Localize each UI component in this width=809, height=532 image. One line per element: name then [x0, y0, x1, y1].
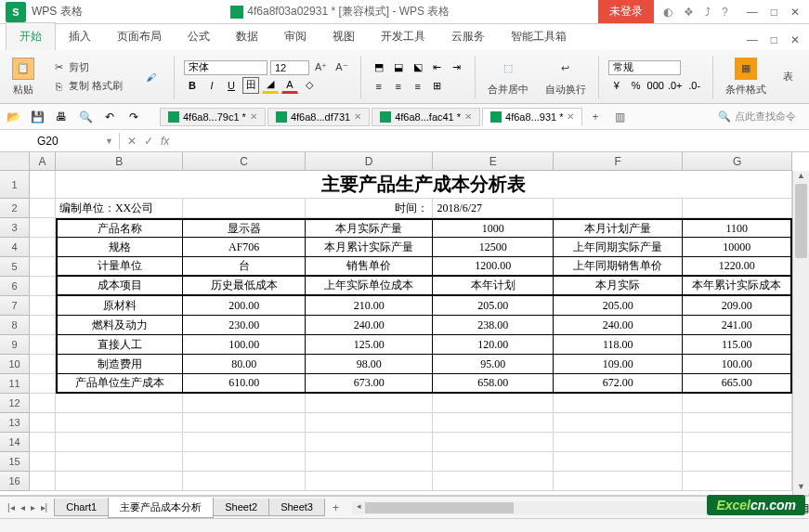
col-header[interactable]: F: [554, 152, 683, 171]
col-header[interactable]: E: [433, 152, 554, 171]
prev-sheet-icon[interactable]: ◂: [20, 502, 25, 513]
cell[interactable]: 240.00: [554, 316, 683, 335]
cell[interactable]: 12500: [433, 238, 554, 257]
fontcolor-button[interactable]: A: [281, 77, 298, 94]
cell[interactable]: [30, 218, 56, 238]
cell[interactable]: [30, 374, 56, 394]
row-header[interactable]: 11: [0, 374, 30, 394]
select-all-corner[interactable]: [0, 152, 30, 171]
row-header[interactable]: 8: [0, 316, 30, 335]
col-header[interactable]: C: [183, 152, 306, 171]
font-size-select[interactable]: [270, 60, 309, 75]
cell[interactable]: 本月累计实际产量: [306, 238, 433, 257]
scroll-down-icon[interactable]: ▼: [793, 482, 809, 495]
search-commands[interactable]: 🔍点此查找命令: [718, 110, 803, 123]
cell[interactable]: 直接人工: [56, 335, 184, 355]
doc-tab[interactable]: 4f6a8...fac41 *✕: [372, 108, 480, 126]
maximize-button[interactable]: □: [771, 6, 777, 19]
cell[interactable]: 205.00: [433, 296, 554, 316]
cond-fmt-button[interactable]: ▦条件格式: [723, 57, 769, 97]
cell[interactable]: 制造费用: [56, 355, 184, 374]
cell[interactable]: 1200.00: [433, 257, 554, 277]
menu-tab-layout[interactable]: 页面布局: [104, 23, 175, 50]
cell[interactable]: [183, 433, 306, 452]
cell[interactable]: 规格: [56, 238, 184, 257]
cell[interactable]: [183, 472, 306, 491]
cell[interactable]: [683, 433, 792, 452]
scroll-left-icon[interactable]: ◂: [352, 501, 365, 514]
border-button[interactable]: 田: [242, 77, 259, 94]
cell[interactable]: 100.00: [183, 335, 306, 355]
row-header[interactable]: 15: [0, 452, 30, 472]
cell[interactable]: [433, 472, 554, 491]
cell[interactable]: [30, 257, 56, 277]
cell[interactable]: 产品名称: [56, 218, 184, 238]
login-button[interactable]: 未登录: [598, 0, 654, 23]
cell[interactable]: [183, 452, 306, 472]
cell[interactable]: 240.00: [306, 316, 433, 335]
fmtpaint-button[interactable]: 🖌: [137, 65, 164, 89]
cell[interactable]: [433, 433, 554, 452]
cell[interactable]: [306, 452, 433, 472]
cell[interactable]: [30, 413, 56, 433]
cell[interactable]: [433, 413, 554, 433]
cell[interactable]: [183, 413, 306, 433]
italic-button[interactable]: I: [203, 77, 220, 94]
close-icon[interactable]: ✕: [250, 111, 257, 122]
row-header[interactable]: 4: [0, 238, 30, 257]
menu-tab-insert[interactable]: 插入: [56, 23, 104, 50]
cell[interactable]: 115.00: [683, 335, 792, 355]
vertical-scrollbar[interactable]: ▲ ▼: [792, 171, 809, 495]
menu-tab-start[interactable]: 开始: [6, 22, 56, 50]
cell[interactable]: 上年实际单位成本: [306, 277, 433, 296]
cell[interactable]: [30, 316, 56, 335]
cell[interactable]: [306, 433, 433, 452]
cell[interactable]: [56, 433, 183, 452]
menu-tab-review[interactable]: 审阅: [271, 23, 320, 50]
add-sheet-button[interactable]: +: [325, 499, 346, 517]
cell[interactable]: 历史最低成本: [183, 277, 306, 296]
indent-inc-button[interactable]: ⇥: [449, 59, 465, 76]
cell[interactable]: 1220.00: [683, 257, 792, 277]
cell[interactable]: [56, 394, 183, 413]
share-icon[interactable]: ⤴: [705, 6, 711, 19]
clear-fmt-button[interactable]: ◇: [301, 77, 318, 94]
undo-icon[interactable]: ↶: [102, 110, 117, 124]
indent-dec-button[interactable]: ⇤: [429, 59, 446, 76]
doc-close-button[interactable]: ✕: [790, 33, 800, 46]
menu-tab-formula[interactable]: 公式: [175, 23, 223, 50]
cell[interactable]: 120.00: [433, 335, 554, 355]
cell[interactable]: 210.00: [306, 296, 433, 316]
cell[interactable]: [183, 199, 306, 218]
doc-maximize-button[interactable]: □: [771, 33, 777, 46]
cell[interactable]: 665.00: [683, 374, 792, 394]
doc-tab[interactable]: 4f6a8...931 *✕: [482, 108, 582, 126]
col-header[interactable]: A: [30, 152, 56, 171]
cell[interactable]: 1000: [433, 218, 554, 238]
sheet-tab[interactable]: 主要产品成本分析: [108, 498, 214, 518]
cell[interactable]: 本年计划: [433, 277, 554, 296]
row-header[interactable]: 3: [0, 218, 30, 238]
dec-font-button[interactable]: A⁻: [333, 60, 350, 75]
cell[interactable]: [554, 413, 683, 433]
cell[interactable]: [30, 238, 56, 257]
font-select[interactable]: [184, 60, 267, 75]
new-doc-button[interactable]: +: [584, 108, 606, 126]
align-center-button[interactable]: ≡: [390, 78, 407, 95]
close-icon[interactable]: ✕: [567, 111, 574, 122]
cell[interactable]: 本月实际产量: [306, 218, 433, 238]
wrap-text-button[interactable]: ↩自动换行: [542, 57, 589, 97]
chevron-down-icon[interactable]: ▼: [105, 136, 113, 146]
cell[interactable]: [30, 394, 56, 413]
menu-tab-smart[interactable]: 智能工具箱: [498, 23, 580, 50]
cell[interactable]: 10000: [683, 238, 792, 257]
row-header[interactable]: 9: [0, 335, 30, 355]
fill-button[interactable]: ◢: [262, 77, 279, 94]
comma-button[interactable]: 000: [647, 77, 664, 94]
cell[interactable]: [433, 394, 554, 413]
cell[interactable]: 109.00: [554, 355, 683, 374]
menu-tab-dev[interactable]: 开发工具: [368, 23, 438, 50]
align-top-button[interactable]: ⬒: [371, 59, 387, 76]
name-box[interactable]: G20▼: [32, 133, 120, 149]
sheet-tab[interactable]: Sheet3: [268, 499, 325, 516]
